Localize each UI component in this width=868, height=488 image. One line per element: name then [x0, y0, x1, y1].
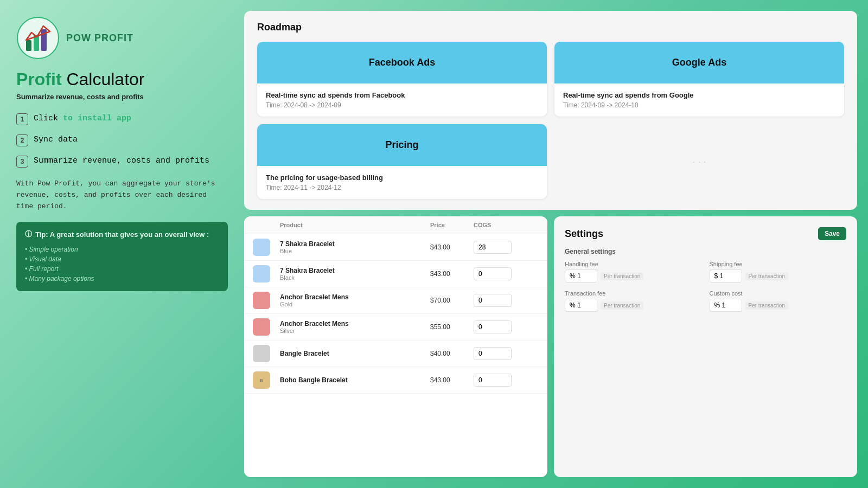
custom-cost-field: Custom cost Per transaction	[710, 290, 847, 312]
product-variant-1: Black	[280, 274, 430, 281]
transaction-fee-input[interactable]	[565, 299, 597, 312]
shipping-fee-label: Shipping fee	[710, 261, 847, 267]
step-2: 2 Sync data	[16, 134, 228, 146]
step-1: 1 Click to install app	[16, 113, 228, 125]
step-3-num: 3	[16, 156, 28, 168]
cogs-cell-1	[474, 267, 539, 280]
cogs-input-0[interactable]	[474, 241, 512, 254]
app-subtitle: Summarize revenue, costs and profits	[16, 93, 228, 101]
product-img-0	[253, 239, 270, 256]
table-row: Anchor Bracelet Mens Gold $70.00	[244, 287, 547, 314]
dots-icon: · · ·	[692, 156, 706, 168]
app-title: Profit Calculator	[16, 69, 228, 89]
app-title-normal: Calculator	[62, 69, 145, 89]
facebook-ads-card: Facebook Ads Real-time sync ad spends fr…	[257, 42, 547, 117]
pricing-title: Pricing	[268, 139, 536, 151]
table-row: 7 Shakra Bracelet Black $43.00	[244, 261, 547, 287]
roadmap-panel: Roadmap Facebook Ads Real-time sync ad s…	[244, 11, 857, 210]
settings-header: Settings Save	[565, 227, 846, 240]
product-name-5: Boho Bangle Bracelet	[280, 376, 430, 384]
product-info-1: 7 Shakra Bracelet Black	[280, 267, 430, 281]
facebook-ads-header: Facebook Ads	[257, 42, 547, 84]
facebook-ads-desc: Real-time sync ad spends from Facebook	[266, 91, 538, 99]
app-title-highlight: Profit	[16, 69, 62, 89]
product-price-0: $43.00	[430, 243, 474, 251]
transaction-fee-label: Transaction fee	[565, 290, 702, 297]
settings-grid: Handling fee Per transaction Shipping fe…	[565, 261, 846, 312]
product-name-4: Bangle Bracelet	[280, 350, 430, 357]
product-price-1: $43.00	[430, 270, 474, 278]
empty-placeholder: · · ·	[554, 124, 844, 199]
col-header-cogs: COGS	[474, 222, 539, 228]
product-info-3: Anchor Bracelet Mens Silver	[280, 320, 430, 334]
tip-item-2: Visual data	[25, 254, 219, 264]
google-ads-header: Google Ads	[554, 42, 844, 84]
product-info-2: Anchor Bracelet Mens Gold	[280, 293, 430, 307]
product-info-5: Boho Bangle Bracelet	[280, 376, 430, 384]
cogs-cell-3	[474, 320, 539, 333]
tip-list: Simple operation Visual data Full report…	[25, 245, 219, 284]
product-price-3: $55.00	[430, 323, 474, 331]
handling-fee-input[interactable]	[565, 269, 597, 282]
save-button[interactable]: Save	[818, 227, 846, 240]
cogs-input-3[interactable]	[474, 320, 512, 333]
shipping-fee-field: Shipping fee Per transaction	[710, 261, 847, 282]
facebook-ads-title: Facebook Ads	[268, 57, 536, 68]
tip-header: ⓘ Tip: A great solution that gives you a…	[25, 229, 219, 239]
table-row: B Boho Bangle Bracelet $43.00	[244, 367, 547, 394]
facebook-ads-body: Real-time sync ad spends from Facebook T…	[257, 84, 547, 117]
handling-fee-row: Per transaction	[565, 269, 702, 282]
pricing-body: The pricing for usage-based billing Time…	[257, 166, 547, 199]
google-ads-body: Real-time sync ad spends from Google Tim…	[554, 84, 844, 117]
cogs-input-2[interactable]	[474, 294, 512, 307]
settings-panel: Settings Save General settings Handling …	[554, 216, 857, 477]
product-info-0: 7 Shakra Bracelet Blue	[280, 240, 430, 254]
roadmap-cards: Facebook Ads Real-time sync ad spends fr…	[257, 42, 844, 117]
col-header-product: Product	[280, 222, 430, 228]
products-table-header: Product Price COGS	[244, 216, 547, 234]
handling-fee-label: Handling fee	[565, 261, 702, 267]
settings-section-title: General settings	[565, 248, 846, 255]
transaction-fee-field: Transaction fee Per transaction	[565, 290, 702, 312]
cogs-input-1[interactable]	[474, 267, 512, 280]
custom-cost-tag: Per transaction	[745, 301, 788, 310]
cogs-cell-5	[474, 374, 539, 387]
settings-title: Settings	[565, 228, 603, 240]
logo-icon	[16, 16, 60, 60]
product-img-2	[253, 292, 270, 309]
pricing-header: Pricing	[257, 124, 547, 166]
product-img-4	[253, 345, 270, 362]
sidebar: POW PROFIT Profit Calculator Summarize r…	[0, 0, 244, 488]
product-variant-3: Silver	[280, 328, 430, 334]
product-name-0: 7 Shakra Bracelet	[280, 240, 430, 248]
shipping-fee-tag: Per transaction	[745, 272, 788, 280]
transaction-fee-row: Per transaction	[565, 299, 702, 312]
cogs-cell-2	[474, 294, 539, 307]
table-row: 7 Shakra Bracelet Blue $43.00	[244, 234, 547, 261]
step-2-text: Sync data	[34, 134, 78, 145]
product-img-3	[253, 318, 270, 336]
app-description: With Pow Profit, you can aggregate your …	[16, 178, 228, 212]
tip-item-4: Many package options	[25, 274, 219, 284]
product-name-2: Anchor Bracelet Mens	[280, 293, 430, 301]
svg-rect-1	[26, 40, 31, 51]
product-price-4: $40.00	[430, 350, 474, 357]
product-name-3: Anchor Bracelet Mens	[280, 320, 430, 328]
install-link[interactable]: to install app	[63, 114, 131, 123]
info-icon: ⓘ	[25, 229, 32, 239]
product-variant-2: Gold	[280, 301, 430, 307]
product-info-4: Bangle Bracelet	[280, 350, 430, 357]
cogs-input-4[interactable]	[474, 347, 512, 360]
steps-list: 1 Click to install app 2 Sync data 3 Sum…	[16, 113, 228, 168]
shipping-fee-input[interactable]	[710, 269, 742, 282]
shipping-fee-row: Per transaction	[710, 269, 847, 282]
roadmap-bottom-row: Pricing The pricing for usage-based bill…	[257, 124, 844, 199]
custom-cost-label: Custom cost	[710, 290, 847, 297]
tip-box: ⓘ Tip: A great solution that gives you a…	[16, 222, 228, 291]
cogs-input-5[interactable]	[474, 374, 512, 387]
product-name-1: 7 Shakra Bracelet	[280, 267, 430, 274]
custom-cost-input[interactable]	[710, 299, 742, 312]
pricing-card: Pricing The pricing for usage-based bill…	[257, 124, 547, 199]
brand-name: POW PROFIT	[66, 33, 133, 44]
logo-area: POW PROFIT	[16, 16, 228, 60]
